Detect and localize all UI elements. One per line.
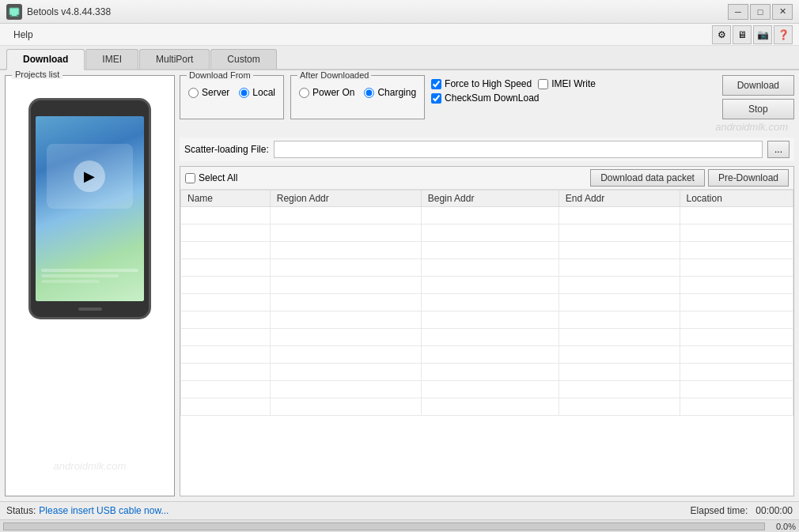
tab-download[interactable]: Download	[6, 49, 85, 70]
table-row	[181, 346, 793, 364]
option-checksum[interactable]: CheckSum DownLoad	[431, 92, 539, 104]
projects-group: Projects list ▶ androidmlk.co	[5, 75, 175, 496]
main-content: Projects list ▶ androidmlk.co	[0, 70, 799, 501]
toolbar-icon-settings[interactable]: ⚙	[712, 25, 731, 44]
options-row-2: CheckSum DownLoad	[431, 92, 596, 104]
table-row	[181, 277, 793, 294]
window-controls: ─ □ ✕	[728, 4, 793, 20]
left-panel: Projects list ▶ androidmlk.co	[5, 75, 175, 496]
status-label: Status:	[6, 505, 36, 516]
col-begin-addr: Begin Addr	[421, 191, 559, 207]
title-bar-left: Betools v4.8.44.338	[6, 4, 111, 20]
right-panel: Download From Server Local After Downloa…	[180, 75, 794, 496]
table-body	[181, 207, 793, 416]
table-row	[181, 329, 793, 346]
svg-rect-2	[10, 16, 18, 17]
elapsed-label: Elapsed time:	[691, 505, 748, 516]
progress-text: 0.0%	[768, 522, 796, 531]
download-from-group: Download From Server Local	[180, 75, 284, 119]
option-force-high-speed[interactable]: Force to High Speed	[431, 78, 532, 89]
table-row	[181, 311, 793, 329]
options-area: Force to High Speed IMEI Write CheckSum …	[431, 75, 596, 119]
elapsed-time: 00:00:00	[755, 505, 793, 516]
scatter-row: Scatter-loading File: ...	[180, 138, 794, 161]
download-from-options: Server Local	[188, 87, 275, 98]
menu-help[interactable]: Help	[6, 26, 40, 43]
after-downloaded-label: After Downloaded	[297, 70, 371, 80]
table-toolbar: Select All Download data packet Pre-Down…	[180, 167, 793, 190]
download-from-label: Download From	[187, 70, 253, 80]
toolbar-icon-help[interactable]: ❓	[774, 25, 793, 44]
col-end-addr: End Addr	[559, 191, 680, 207]
tab-multiport[interactable]: MultiPort	[139, 49, 210, 69]
top-controls: Download From Server Local After Downloa…	[180, 75, 794, 119]
select-all-label[interactable]: Select All	[185, 172, 237, 183]
status-bar: Status: Please insert USB cable now... E…	[0, 501, 799, 519]
scatter-input[interactable]	[274, 141, 763, 158]
option-imei-write[interactable]: IMEI Write	[538, 78, 596, 89]
tab-imei[interactable]: IMEI	[85, 49, 138, 69]
app-icon	[6, 4, 22, 20]
action-buttons: Download Stop	[722, 75, 794, 119]
projects-group-label: Projects list	[12, 70, 62, 79]
toolbar-icon-camera[interactable]: 📷	[753, 25, 772, 44]
svg-rect-1	[12, 14, 17, 16]
download-button[interactable]: Download	[722, 75, 794, 96]
title-bar: Betools v4.8.44.338 ─ □ ✕	[0, 0, 799, 24]
radio-server[interactable]: Server	[188, 87, 229, 98]
phone-screen: ▶	[36, 116, 144, 301]
progress-bar-outer	[3, 523, 765, 530]
after-downloaded-group: After Downloaded Power On Charging	[290, 75, 425, 119]
menu-bar: Help ⚙ 🖥 📷 ❓	[0, 24, 799, 46]
toolbar-icons: ⚙ 🖥 📷 ❓	[712, 25, 793, 44]
maximize-button[interactable]: □	[750, 4, 771, 20]
table-row	[181, 294, 793, 311]
content-watermark: androidmlk.com	[180, 121, 794, 133]
phone-image: ▶	[28, 98, 151, 319]
options-row-1: Force to High Speed IMEI Write	[431, 78, 596, 89]
phone-watermark: androidmlk.com	[54, 460, 127, 472]
data-table: Name Region Addr Begin Addr End Addr Loc…	[180, 190, 793, 416]
download-data-packet-button[interactable]: Download data packet	[590, 169, 705, 187]
radio-charging[interactable]: Charging	[364, 87, 416, 98]
stop-button[interactable]: Stop	[722, 99, 794, 119]
table-scroll[interactable]: Name Region Addr Begin Addr End Addr Loc…	[180, 190, 793, 496]
table-row	[181, 224, 793, 242]
col-name: Name	[181, 191, 271, 207]
radio-local[interactable]: Local	[239, 87, 275, 98]
table-action-buttons: Download data packet Pre-Download	[590, 169, 789, 187]
tab-bar: Download IMEI MultiPort Custom	[0, 46, 799, 70]
table-row	[181, 364, 793, 381]
status-right: Elapsed time: 00:00:00	[691, 505, 793, 516]
col-region-addr: Region Addr	[270, 191, 421, 207]
pre-download-button[interactable]: Pre-Download	[708, 169, 789, 187]
toolbar-icon-monitor[interactable]: 🖥	[733, 25, 752, 44]
close-button[interactable]: ✕	[772, 4, 793, 20]
table-row	[181, 381, 793, 398]
status-left: Status: Please insert USB cable now...	[6, 505, 169, 516]
svg-rect-0	[9, 8, 19, 15]
table-row	[181, 207, 793, 224]
status-text: Please insert USB cable now...	[39, 505, 169, 516]
browse-button[interactable]: ...	[767, 141, 790, 158]
table-row	[181, 242, 793, 259]
table-row	[181, 398, 793, 416]
app-title: Betools v4.8.44.338	[27, 6, 111, 17]
col-location: Location	[680, 191, 793, 207]
table-area: Select All Download data packet Pre-Down…	[180, 166, 794, 496]
after-downloaded-options: Power On Charging	[299, 87, 416, 98]
select-all-checkbox[interactable]	[185, 173, 195, 183]
scatter-label: Scatter-loading File:	[184, 144, 269, 155]
tab-custom[interactable]: Custom	[210, 49, 276, 69]
table-row	[181, 259, 793, 277]
radio-power-on[interactable]: Power On	[299, 87, 354, 98]
minimize-button[interactable]: ─	[728, 4, 748, 20]
progress-bar-container: 0.0%	[0, 519, 799, 532]
